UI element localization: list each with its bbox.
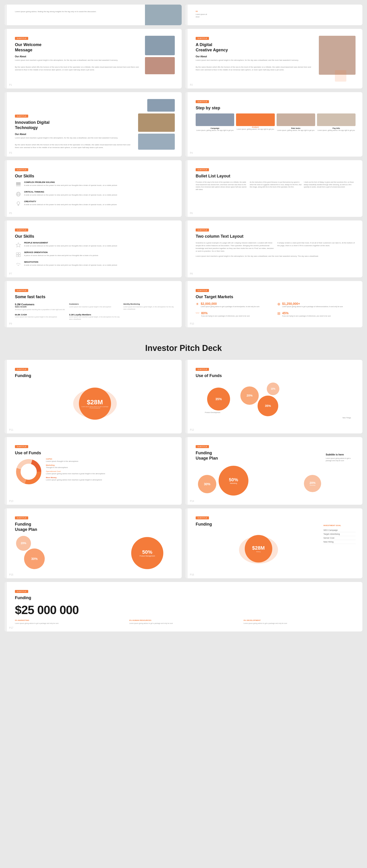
- welcome-img1: [145, 36, 175, 55]
- step-title: Step by step: [196, 105, 356, 111]
- skill-3: CREATIVITY A wide at some distrust on th…: [15, 200, 175, 207]
- slide-num-9: P9: [9, 322, 12, 325]
- welcome-inner: SUBTITLE Our WelcomeMessage Our About Lo…: [11, 36, 175, 74]
- slide-num-2: P2: [190, 84, 193, 86]
- agency-images: [319, 36, 356, 82]
- slide-num-3: P3: [9, 152, 12, 154]
- agency-body2: By the same illusion which lifts the hor…: [196, 66, 315, 71]
- usageplan1-circles: 30% 50% Marketing 20% Branding: [196, 463, 323, 498]
- svg-rect-1: [16, 184, 21, 185]
- sun-icon: ☀: [196, 302, 199, 306]
- skill-2: CRITICAL THINKING A wide at some distrus…: [15, 191, 175, 197]
- marketing-title: Marketing: [46, 464, 175, 466]
- donut-label-marketing: Marketing Thought in the atmosphere: [46, 464, 175, 469]
- market-1-desc: Lorem ipsum giving advice to get a packa…: [201, 306, 259, 308]
- top-partial-text: Lorem ipsum giving advice, finding the b…: [15, 10, 103, 13]
- welcome-layout: SUBTITLE Our WelcomeMessage Our About Lo…: [15, 36, 175, 74]
- twocol-title: Two column Text Layout: [196, 234, 356, 239]
- svg-rect-12: [16, 255, 18, 257]
- twocol-col1: Grandma is a great example of a page wit…: [196, 242, 274, 253]
- accent-3: [5, 92, 7, 157]
- step-text-1: Lorem ipsum, getting advice, the app rig…: [196, 129, 234, 131]
- agency-layout: SUBTITLE A DigitalCreative Agency Our Ab…: [196, 36, 356, 82]
- subtitle-box-text: Lorem ipsum giving advice to get a packa…: [326, 457, 356, 462]
- accent-6: [185, 160, 188, 217]
- donut-label-money: More Money Lorem ipsum giving advice tex…: [46, 476, 175, 481]
- agency-title: A DigitalCreative Agency: [196, 42, 315, 53]
- market-2-value: $1,250,000+: [282, 302, 343, 306]
- pitch-funding1-inner: SUBTITLE Funding $28M Lorem ipsum giving…: [11, 367, 175, 427]
- globe-icon: [15, 191, 22, 197]
- top-right-content: 03 Lorem ipsum sitAmet: [192, 9, 356, 18]
- slide-innovation: SUBTITLE Innovation DigitalTechnology Ou…: [5, 92, 182, 157]
- circle-50-pct: 50%: [229, 477, 238, 483]
- crosshair-icon: ⊕: [277, 302, 280, 306]
- innovation-img1: [138, 114, 175, 132]
- facts-tag: SUBTITLE: [15, 289, 28, 292]
- useoffunds1-inner: SUBTITLE Use of Funds 35% Product Develo…: [192, 367, 356, 417]
- welcome-title: Our WelcomeMessage: [15, 42, 142, 53]
- welcome-images: [145, 36, 175, 74]
- funding2-amount: $28M: [252, 545, 265, 551]
- skills2-title: Our Skills: [15, 234, 175, 239]
- skill-1-text: COMPLEX PROBLEM SOLVING A wide at some d…: [24, 181, 117, 187]
- innovation-body: Lorem ipsum text reached a great height …: [15, 136, 135, 140]
- opcost-desc: Lorem ipsum giving advice text reached a…: [46, 472, 175, 475]
- usageplan2-circles: 20% 30% 50% Product Management: [15, 535, 175, 571]
- bubbles-container: 35% Product Development 20% 10% 35% New …: [196, 381, 356, 417]
- circle-50: 50% Marketing: [219, 466, 248, 496]
- step-3: Rate tasks Lorem ipsum, getting advice, …: [277, 114, 315, 131]
- funding-amount: $28M: [87, 399, 103, 406]
- skill-2-desc: A wide at some distrust on the power to …: [24, 194, 117, 196]
- pitch-num-3: P13: [9, 500, 13, 502]
- svg-rect-11: [19, 253, 21, 254]
- step-grid: Campaign Lorem ipsum, getting advice, th…: [196, 114, 356, 131]
- market-2: ⊕ $1,250,000+ Lorem ipsum giving advice …: [277, 302, 356, 308]
- donut-slide: CAPEX Lorem ipsum thought in the atmosph…: [15, 458, 175, 486]
- skill-1-title: COMPLEX PROBLEM SOLVING: [24, 181, 117, 183]
- accent-1: [5, 29, 7, 89]
- funding3-tag: SUBTITLE: [15, 590, 28, 593]
- fund-col-2-title: 0% Human Resources: [129, 619, 241, 621]
- star-icon: [15, 242, 22, 248]
- step-label-1: Campaign: [196, 127, 234, 129]
- slide-targetmarkets: SUBTITLE Our Target Markets ☀ $2,000,000…: [185, 281, 362, 327]
- upcircle-50-pct: 50%: [142, 549, 152, 555]
- twocol-cols: Grandma is a great example of a page wit…: [196, 242, 356, 253]
- market-4-value: 45%: [282, 311, 331, 315]
- circle-30: 30%: [198, 475, 216, 493]
- step-tag: SUBTITLE: [196, 100, 209, 103]
- pitch-usageplan1: SUBTITLE FundingUsage Plan 30% 50% Marke…: [185, 437, 362, 505]
- slide-agency: SUBTITLE A DigitalCreative Agency Our Ab…: [185, 29, 362, 89]
- funding-circle-wrap: $28M Lorem ipsum giving advice to get a …: [72, 385, 118, 422]
- slide-skills1: SUBTITLE Our Skills COMPLEX PROBLEM SOLV…: [5, 160, 182, 217]
- funding-bottom-grid: 0% Marketing Lorem ipsum giving advice t…: [15, 619, 356, 625]
- step-inner: SUBTITLE Step by step Campaign Lorem ips…: [192, 99, 356, 131]
- pitch-accent-6: [185, 508, 188, 578]
- twocol-inner: SUBTITLE Two column Text Layout Grandma …: [192, 227, 356, 257]
- fact-4-desc: Lorem ipsum text reached a great height …: [15, 316, 66, 318]
- accent-10: [185, 281, 188, 327]
- skills2-inner: SUBTITLE Our Skills PEOPLE MANAGEMENT A …: [11, 227, 175, 268]
- pitch-funding1: SUBTITLE Funding $28M Lorem ipsum giving…: [5, 360, 182, 433]
- marketing-desc: Thought in the atmosphere: [46, 466, 175, 469]
- pitch-accent-1: [5, 360, 7, 433]
- funding2-title: Funding: [196, 522, 321, 527]
- wave-icon: 〰: [196, 311, 199, 315]
- fact-5: 3.1M Loyalty Members Lorem ipsum text re…: [69, 314, 120, 320]
- step-img-1: [196, 114, 234, 126]
- market-3-desc: If you are trying to use a package of re…: [201, 315, 250, 317]
- fact-1-desc: All these 5 good points reaching like a …: [15, 309, 66, 311]
- circle-20: 20% Branding: [304, 475, 321, 492]
- welcome-body: Lorem ipsum text reached a great height …: [15, 59, 142, 62]
- pitch-grid: SUBTITLE Funding $28M Lorem ipsum giving…: [5, 360, 362, 578]
- market-4: ⊞ 45% If you are trying to use a package…: [277, 311, 356, 317]
- twocol-col2: It simply renders a start point that mos…: [277, 242, 356, 253]
- section-title: Investor Pitch Deck: [5, 343, 362, 353]
- goal-title: INVESTMENT GOAL: [323, 524, 356, 526]
- markets-grid: ☀ $2,000,000 Lorem ipsum giving advice t…: [196, 302, 356, 317]
- funding2-circle-wrap: $28M Writing: [196, 529, 321, 568]
- subtitle-box-title: Subtitle is here: [326, 453, 356, 456]
- fact-1: 5.2M Customers Sales Growth All these 5 …: [15, 303, 66, 311]
- money-desc: Lorem ipsum giving advice text reached a…: [46, 478, 175, 481]
